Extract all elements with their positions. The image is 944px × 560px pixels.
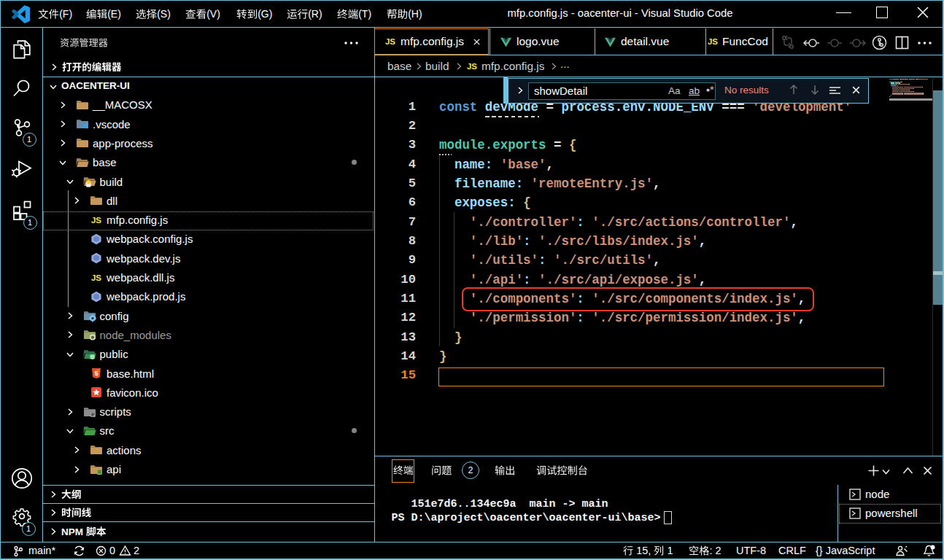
svg-text:JS: JS: [91, 273, 101, 282]
svg-text:5: 5: [94, 370, 98, 377]
svg-text:JS: JS: [385, 37, 395, 46]
svg-text:JS: JS: [708, 37, 718, 46]
svg-text:JS: JS: [467, 62, 477, 71]
